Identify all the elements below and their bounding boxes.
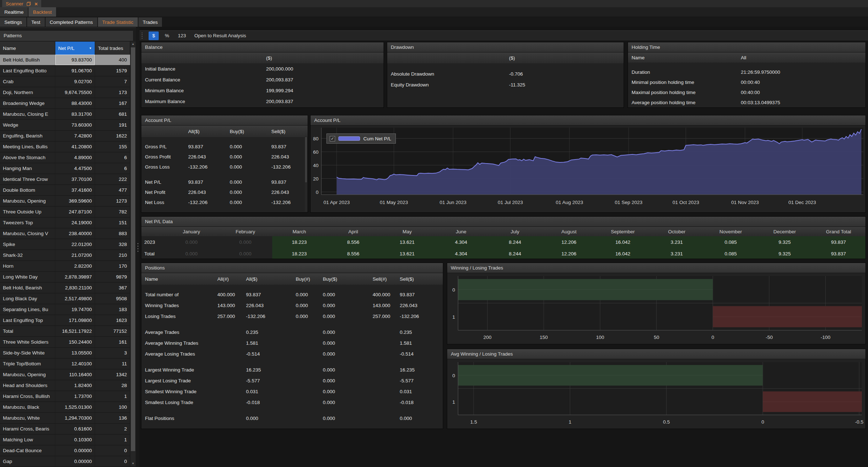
pattern-row[interactable]: Marubozu, White1,294.70300136 [0,413,130,424]
tab-test[interactable]: Test [27,17,45,27]
pattern-row[interactable]: Total16,521.1792277152 [0,326,130,337]
pattern-row[interactable]: Head and Shoulders1.8240028 [0,380,130,391]
net-pl-value-cell: 18.223 [272,248,326,259]
toolbar-drag-handle-icon[interactable] [142,33,142,39]
scroll-down-icon[interactable]: ▼ [131,461,136,466]
pattern-row[interactable]: Doji, Northern9,674.75500173 [0,87,130,98]
pattern-netpl-cell: 110.16400 [55,369,95,380]
pattern-row[interactable]: Broadening Wedge88.43000167 [0,98,130,109]
pattern-row[interactable]: Engulfing, Bearish7.428001622 [0,131,130,141]
table-row: Average Trades0.2350.0000.235 [141,327,443,337]
pattern-row[interactable]: Gap0.000000 [0,456,130,467]
pattern-row[interactable]: Shark-3221.07200210 [0,250,130,261]
tab-realtime[interactable]: Realtime [0,7,28,17]
toolbar-button-open-to-result-analysis[interactable]: Open to Result Analysis [192,31,249,40]
toolbar-button-123[interactable]: 123 [175,31,189,40]
pattern-row[interactable]: Marubozu, Black1,525.01300100 [0,402,130,413]
panel-splitter[interactable] [136,27,140,467]
account-pl-scrollbar[interactable] [305,136,307,212]
table-cell: -0.514 [242,351,292,357]
pattern-trades-cell: 173 [95,87,130,98]
pattern-row[interactable]: Matching Low0.103001 [0,434,130,445]
pattern-row[interactable]: Identical Three Crow37.70100222 [0,174,130,185]
pattern-netpl-cell: 16,521.17922 [55,326,95,336]
pattern-row[interactable]: Long Black Day2,517.498009508 [0,293,130,304]
tab-completed-patterns[interactable]: Completed Patterns [46,17,97,27]
pattern-row[interactable]: Dead-Cat Bounce0.000000 [0,445,130,456]
pattern-trades-cell: 167 [95,98,130,109]
table-cell: Absolute Drawdown [387,71,505,77]
table-cell: All($) [185,129,226,134]
table-cell: Name [628,55,737,60]
chart-legend[interactable]: ✓ Cum Net P/L [326,133,396,144]
pattern-row[interactable]: Separating Lines, Bu19.74700183 [0,304,130,315]
pattern-trades-cell: 681 [95,109,130,119]
restore-window-icon[interactable] [27,2,31,6]
table-row: Initial Balance200,000.000 [141,63,384,74]
pattern-name-cell: Broadening Wedge [0,98,55,109]
legend-checkbox[interactable]: ✓ [330,136,335,141]
scroll-up-icon[interactable]: ▲ [131,42,136,47]
toolbar-button--[interactable]: % [162,31,172,40]
pattern-name-cell: Harami Cross, Bearis [0,424,55,434]
pattern-row[interactable]: Horn2.82200170 [0,261,130,272]
tab-settings[interactable]: Settings [0,17,26,27]
pattern-row[interactable]: Harami Cross, Bearis0.616002 [0,424,130,434]
pattern-row[interactable]: Marubozu, Opening369.596001273 [0,196,130,207]
table-row: NameAll [628,52,865,63]
pattern-row[interactable]: Side-by-Side White13.055003 [0,348,130,358]
pattern-name-cell: Triple Top/Bottom [0,358,55,369]
pattern-netpl-cell: 93.83700 [55,55,95,65]
window-tab-scanner[interactable]: Scanner × [2,0,41,7]
scroll-thumb[interactable] [131,47,135,451]
pattern-row[interactable]: Tweezers Top24.19000151 [0,217,130,228]
toolbar-button--[interactable]: $ [149,31,159,40]
net-pl-value-cell: 0.000 [164,236,218,248]
pattern-netpl-cell: 9,674.75500 [55,87,95,98]
pattern-row[interactable]: Last Engulfing Top171.098001623 [0,315,130,326]
pattern-row[interactable]: Belt Hold, Bullish93.83700400 [0,55,130,65]
pattern-row[interactable]: Last Engulfing Botto91.067001579 [0,65,130,76]
pattern-row[interactable]: Belt Hold, Bearish2,830.21100367 [0,283,130,293]
close-icon[interactable]: × [34,1,38,7]
pattern-row[interactable]: Meeting Lines, Bullis41.20800155 [0,141,130,152]
x-axis-label: 100 [596,335,604,340]
tab-trade-statistic[interactable]: Trade Statistic [98,17,138,27]
net-pl-value-cell: 8.244 [488,236,542,248]
column-header-netpl[interactable]: Net P/L ▼ [55,42,95,55]
drawdown-table: ($)Absolute Drawdown-0.706Equity Drawdow… [387,52,624,107]
table-cell: Net Profit [141,190,185,195]
column-header-name[interactable]: Name [0,42,55,55]
net-pl-value-cell: 3.231 [650,236,704,248]
column-header-total-trades[interactable]: Total trades [95,42,130,55]
table-cell: -0.514 [396,351,443,357]
pattern-row[interactable]: Crab9.027007 [0,76,130,87]
pattern-row[interactable]: Long White Day2,878.398979879 [0,272,130,283]
tab-backtest[interactable]: Backtest [29,7,56,17]
pattern-row[interactable]: Above the Stomach4.890006 [0,152,130,163]
table-cell: -132.206 [268,164,308,170]
table-cell: 0.031 [396,389,443,394]
tab-trades[interactable]: Trades [138,17,162,27]
pattern-row[interactable]: Marubozu, Closing E83.31700681 [0,109,130,120]
pattern-row[interactable]: Marubozu, Closing V238.40000883 [0,228,130,239]
x-axis-label: 0.5 [663,419,670,425]
pattern-netpl-cell: 2,830.21100 [55,283,95,293]
pattern-row[interactable]: Spike22.01200328 [0,239,130,250]
table-row: Absolute Drawdown-0.706 [387,68,624,79]
net-pl-value-cell: 16.042 [596,248,650,259]
pattern-row[interactable]: Three Outside Up247.87100782 [0,207,130,217]
pattern-row[interactable]: Hanging Man4.475006 [0,163,130,174]
pattern-row[interactable]: Harami Cross, Bullish1.737001 [0,391,130,402]
pattern-row[interactable]: Wedge73.60300191 [0,120,130,131]
pattern-row[interactable]: Triple Top/Bottom12.4010011 [0,358,130,369]
pattern-row[interactable]: Double Bottom37.41600477 [0,185,130,196]
patterns-scrollbar[interactable]: ▲ ▼ [131,42,136,466]
x-axis-label: -50 [766,335,773,340]
table-cell: 0.000 [319,314,369,319]
table-cell: 0.000 [319,303,369,308]
pattern-row[interactable]: Three White Soldiers150.24400161 [0,337,130,348]
pattern-name-cell: Three White Soldiers [0,337,55,347]
pattern-row[interactable]: Marubozu, Opening110.164001342 [0,369,130,380]
table-row: Largest Losing Trade-5.5770.000-5.577 [141,375,443,386]
